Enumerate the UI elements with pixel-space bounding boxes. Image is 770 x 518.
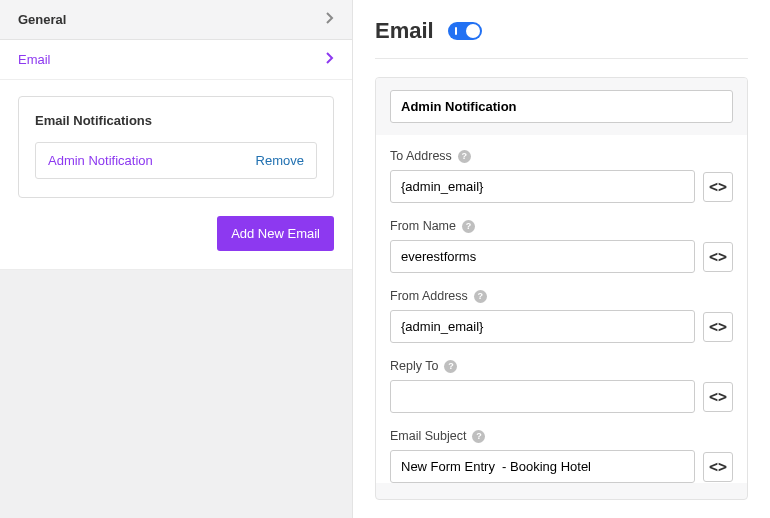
add-new-email-button[interactable]: Add New Email [217,216,334,251]
email-subject-input[interactable] [390,450,695,483]
help-icon[interactable]: ? [474,290,487,303]
field-email-subject: Email Subject ? <> [390,429,733,483]
sidebar-item-label: General [18,12,66,27]
remove-link[interactable]: Remove [256,153,304,168]
field-reply-to: Reply To ? <> [390,359,733,413]
toggle-knob [466,24,480,38]
notification-card-header [376,78,747,135]
field-label: From Address [390,289,468,303]
page-title: Email [375,18,434,44]
field-from-name: From Name ? <> [390,219,733,273]
sidebar-item-general[interactable]: General [0,0,352,40]
help-icon[interactable]: ? [458,150,471,163]
help-icon[interactable]: ? [472,430,485,443]
settings-sidebar: General Email Email Notifications Admin … [0,0,353,518]
chevron-right-icon [326,52,334,67]
help-icon[interactable]: ? [462,220,475,233]
field-to-address: To Address ? <> [390,149,733,203]
field-from-address: From Address ? <> [390,289,733,343]
smart-tag-button[interactable]: <> [703,312,733,342]
email-notifications-panel: Email Notifications Admin Notification R… [0,80,352,270]
from-address-input[interactable] [390,310,695,343]
email-settings-main: Email To Address ? <> [353,0,770,518]
notifications-box: Email Notifications Admin Notification R… [18,96,334,198]
smart-tag-button[interactable]: <> [703,242,733,272]
notifications-title: Email Notifications [35,113,317,128]
smart-tag-button[interactable]: <> [703,172,733,202]
from-name-input[interactable] [390,240,695,273]
notification-card-body: To Address ? <> From Name ? < [376,135,747,483]
smart-tag-button[interactable]: <> [703,452,733,482]
field-label: Reply To [390,359,438,373]
notification-title-input[interactable] [390,90,733,123]
sidebar-empty [0,270,352,518]
help-icon[interactable]: ? [444,360,457,373]
reply-to-input[interactable] [390,380,695,413]
divider [375,58,748,59]
field-label: To Address [390,149,452,163]
notification-item[interactable]: Admin Notification Remove [35,142,317,179]
chevron-right-icon [326,12,334,27]
email-toggle[interactable] [448,22,482,40]
field-label: From Name [390,219,456,233]
notification-name: Admin Notification [48,153,153,168]
notification-card: To Address ? <> From Name ? < [375,77,748,500]
to-address-input[interactable] [390,170,695,203]
smart-tag-button[interactable]: <> [703,382,733,412]
toggle-on-indicator [455,27,457,35]
field-label: Email Subject [390,429,466,443]
sidebar-item-label: Email [18,52,51,67]
sidebar-item-email[interactable]: Email [0,40,352,80]
